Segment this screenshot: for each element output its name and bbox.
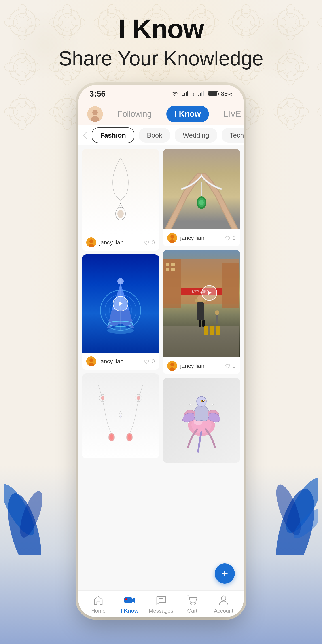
username-4: jancy lian [180, 362, 204, 370]
svg-rect-70 [222, 264, 240, 308]
svg-rect-73 [166, 268, 169, 271]
card-footer-2: jancy lian 0 [163, 230, 240, 246]
play-button-4[interactable] [202, 285, 217, 301]
tab-following[interactable]: Following [110, 106, 160, 122]
svg-rect-36 [120, 202, 122, 204]
status-time: 3:56 [90, 89, 106, 98]
svg-rect-79 [197, 302, 204, 320]
post-image-4: 地下停车场入口 [163, 250, 240, 357]
svg-point-52 [110, 434, 113, 440]
svg-rect-71 [166, 264, 169, 266]
svg-rect-86 [210, 326, 214, 335]
svg-marker-88 [208, 291, 211, 295]
user-avatar-3 [86, 356, 96, 366]
chat-icon [155, 594, 167, 606]
app-title: I Know [0, 14, 322, 44]
svg-point-63 [199, 200, 204, 205]
plant-decoration-left [4, 420, 45, 554]
svg-rect-82 [202, 320, 205, 327]
svg-point-58 [137, 396, 140, 400]
post-card-4[interactable]: 地下停车场入口 [163, 250, 240, 374]
svg-marker-60 [120, 415, 122, 418]
svg-point-104 [125, 598, 127, 600]
signal2-icon: ₂ [192, 91, 194, 97]
category-book[interactable]: Book [139, 128, 170, 143]
tab-iknow-bottom-label: I Know [121, 608, 139, 614]
svg-point-90 [170, 363, 174, 366]
svg-rect-102 [124, 598, 132, 603]
svg-point-109 [222, 596, 226, 600]
user-avatar-2 [167, 233, 177, 243]
username-1: jancy lian [99, 239, 124, 246]
svg-point-99 [212, 404, 214, 406]
card-footer-4: jancy lian 0 [163, 357, 240, 374]
post-image-2 [163, 149, 240, 230]
tab-messages-label: Messages [149, 608, 173, 614]
nav-bar: Following I Know LIVE [78, 103, 244, 125]
tab-live[interactable]: LIVE [216, 106, 244, 122]
svg-rect-84 [216, 315, 218, 324]
category-scroll-left[interactable] [83, 132, 87, 139]
svg-point-35 [118, 210, 124, 218]
category-bar: Fashion Book Wedding Techn [78, 125, 244, 145]
bottom-tab-bar: Home I Know Messages [78, 590, 244, 617]
svg-rect-74 [171, 268, 175, 271]
user-avatar-4 [167, 361, 177, 371]
card-user-3: jancy lian [86, 356, 124, 366]
post-card-3[interactable]: jancy lian 0 [82, 254, 159, 370]
category-tech[interactable]: Techn [222, 128, 244, 143]
svg-rect-87 [216, 326, 220, 335]
svg-rect-18 [182, 94, 184, 96]
svg-rect-24 [201, 92, 202, 96]
fab-add-button[interactable]: + [215, 564, 235, 584]
card-footer-1: jancy lian 0 [82, 234, 159, 251]
svg-rect-85 [204, 326, 208, 335]
svg-point-98 [190, 404, 191, 406]
likes-count-3: 0 [152, 358, 155, 365]
tab-account[interactable]: Account [208, 594, 239, 614]
card-user-1: jancy lian [86, 238, 124, 247]
user-avatar-nav[interactable] [87, 106, 103, 122]
tab-home[interactable]: Home [83, 594, 114, 614]
tab-messages[interactable]: Messages [145, 594, 177, 614]
card-user-4: jancy lian [167, 361, 204, 371]
video-camera-icon [124, 594, 136, 606]
category-fashion[interactable]: Fashion [92, 128, 134, 143]
svg-rect-77 [164, 326, 240, 357]
svg-rect-21 [187, 90, 188, 96]
svg-marker-47 [120, 302, 122, 306]
tab-iknow-bottom[interactable]: I Know [114, 594, 145, 614]
post-card-1[interactable]: jancy lian 0 [82, 149, 159, 251]
post-image-5 [82, 374, 159, 458]
post-card-6[interactable] [163, 378, 240, 463]
post-image-1 [82, 149, 159, 234]
post-image-3 [82, 254, 159, 353]
right-column: jancy lian 0 [163, 149, 240, 587]
post-card-2[interactable]: jancy lian 0 [163, 149, 240, 246]
app-subtitle: Share Your Knowledge [0, 47, 322, 70]
tab-cart[interactable]: Cart [177, 594, 208, 614]
svg-point-56 [101, 396, 104, 400]
plant-decoration-right [273, 420, 318, 554]
tab-account-label: Account [214, 608, 234, 614]
svg-point-97 [203, 400, 204, 401]
svg-rect-72 [171, 264, 175, 266]
svg-rect-27 [218, 93, 219, 95]
status-icons: ₂ 85% [171, 90, 232, 98]
svg-point-49 [90, 358, 93, 362]
likes-count-4: 0 [232, 362, 236, 370]
post-card-5[interactable] [82, 374, 159, 458]
card-likes-2: 0 [224, 234, 236, 242]
svg-point-54 [128, 434, 131, 440]
category-wedding[interactable]: Wedding [175, 128, 217, 143]
play-button-3[interactable] [113, 296, 128, 312]
tab-iknow[interactable]: I Know [166, 106, 209, 122]
svg-point-107 [190, 603, 192, 604]
tab-home-label: Home [91, 608, 106, 614]
battery-percent: 85% [221, 90, 232, 98]
svg-point-83 [215, 310, 219, 315]
card-likes-1: 0 [144, 239, 155, 246]
svg-point-108 [194, 603, 196, 604]
card-likes-3: 0 [144, 358, 155, 365]
svg-rect-22 [198, 94, 199, 96]
